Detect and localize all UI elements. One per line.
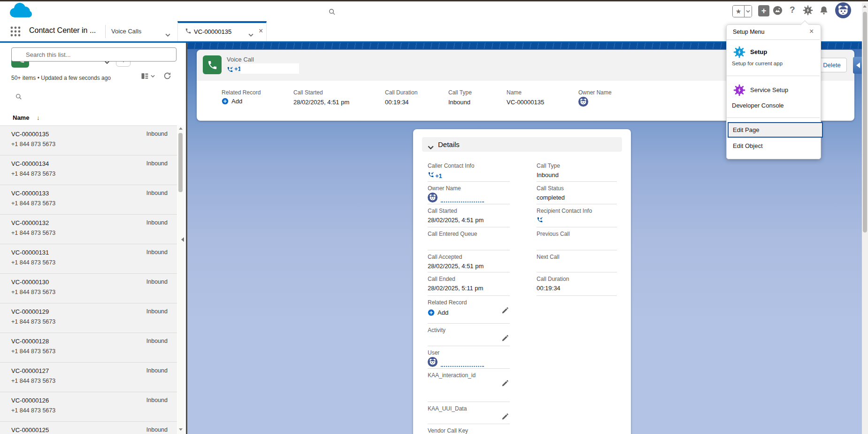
list-item[interactable]: VC-00000134+1 844 873 5673Inbound (0, 155, 177, 185)
entity-label: Voice Call (227, 56, 254, 63)
record-name-link[interactable]: VC-00000126 (11, 397, 49, 404)
masked-name-link[interactable] (441, 196, 484, 202)
field-value: 28/02/2025, 4:51 pm (428, 217, 484, 224)
edit-pencil-icon[interactable] (502, 413, 509, 422)
notifications-bell-icon[interactable] (819, 5, 829, 17)
refresh-icon[interactable] (163, 72, 171, 82)
owner-avatar[interactable] (578, 97, 588, 108)
record-name-link[interactable]: VC-00000130 (11, 279, 49, 286)
edit-pencil-icon[interactable] (502, 334, 509, 343)
field-label: Activity (428, 327, 446, 333)
list-scrollbar[interactable] (177, 125, 184, 434)
menu-item-edit-object[interactable]: Edit Object (733, 142, 763, 149)
edit-pencil-icon[interactable] (502, 307, 509, 316)
record-phone: +1 844 873 5673 (11, 230, 55, 236)
close-icon[interactable]: × (809, 27, 814, 36)
delete-button[interactable]: Delete (817, 58, 847, 72)
field-value: 00:19:34 (537, 285, 561, 292)
chevron-down-icon[interactable] (165, 30, 170, 39)
divider (105, 25, 106, 38)
edit-pencil-icon[interactable] (502, 380, 509, 388)
list-view-sidebar: All Voice Calls 50+ items • Updated a fe… (0, 43, 187, 434)
record-name-link[interactable]: VC-00000135 (11, 131, 49, 138)
incoming-call-icon (227, 66, 233, 75)
field-label: KAA_UUI_Data (428, 405, 467, 412)
list-item[interactable]: VC-00000135+1 844 873 5673Inbound (0, 126, 177, 155)
chevron-down-icon[interactable] (248, 30, 253, 39)
list-item[interactable]: VC-00000127+1 844 873 5673Inbound (0, 363, 177, 392)
list-item[interactable]: VC-00000130+1 844 873 5673Inbound (0, 274, 177, 303)
scrollbar-thumb[interactable] (178, 133, 183, 192)
add-related-record-link[interactable]: Add (428, 309, 448, 316)
field-value: 28/02/2025, 4:51 pm (428, 263, 484, 270)
user-link[interactable] (428, 357, 484, 367)
record-phone: +1 844 873 5673 (11, 318, 55, 325)
list-item[interactable]: VC-00000128+1 844 873 5673Inbound (0, 333, 177, 363)
favorites-dropdown-icon[interactable] (744, 6, 752, 17)
field-label: Call Ended (428, 276, 455, 282)
menu-item-setup-description[interactable]: Setup for current app (732, 61, 783, 66)
menu-item-edit-page[interactable]: Edit Page (728, 122, 823, 138)
field-label: User (428, 349, 439, 356)
record-name-link[interactable]: VC-00000133 (11, 190, 49, 197)
user-link[interactable] (428, 193, 484, 202)
record-phone: +1 844 873 5673 (11, 170, 55, 177)
scroll-down-icon[interactable] (179, 428, 183, 431)
record-name-link[interactable]: VC-00000132 (11, 219, 49, 226)
caller-phone-link[interactable]: +1 (428, 171, 442, 179)
record-name-link[interactable]: VC-00000129 (11, 308, 49, 315)
menu-item-setup[interactable]: Setup (750, 48, 767, 55)
scroll-up-icon[interactable] (863, 5, 867, 8)
detail-field: KAA_UUI_Data (428, 405, 510, 424)
app-name[interactable]: Contact Center in ... (29, 26, 96, 35)
record-name-link[interactable]: VC-00000128 (11, 338, 49, 345)
list-item[interactable]: VC-00000125+1 844 873 5673Inbound (0, 422, 177, 434)
sort-descending-icon: ↓ (37, 114, 40, 121)
record-phone: +1 844 873 5673 (11, 378, 55, 384)
masked-name-link[interactable] (441, 361, 484, 367)
user-avatar[interactable] (835, 2, 851, 20)
list-item[interactable]: VC-00000133+1 844 873 5673Inbound (0, 185, 177, 215)
list-item[interactable]: VC-00000132+1 844 873 5673Inbound (0, 215, 177, 244)
detail-field: Call Duration00:19:34 (537, 276, 617, 296)
salesforce-console: ★ + ? Contact Center in ... Voice Calls … (0, 0, 868, 434)
call-type-value: Inbound (146, 367, 168, 374)
setup-gear-icon[interactable] (803, 5, 813, 17)
record-name-link[interactable]: VC-00000131 (11, 249, 49, 256)
guidance-trailhead-icon[interactable] (772, 5, 783, 18)
record-phone: +1 844 873 5673 (11, 141, 55, 147)
scroll-up-icon[interactable] (179, 127, 183, 130)
call-type-value: Inbound (146, 160, 168, 167)
tab-vc-00000135[interactable]: VC-00000135 × (177, 21, 267, 41)
field-label: Call Type (537, 163, 560, 169)
display-as-icon[interactable] (141, 72, 155, 80)
record-name-link[interactable]: VC-00000134 (11, 160, 49, 167)
favorites-star-icon[interactable]: ★ (733, 6, 744, 17)
tab-voice-calls[interactable]: Voice Calls (111, 28, 141, 35)
detail-field: Call Started28/02/2025, 4:51 pm (428, 208, 510, 227)
list-item[interactable]: VC-00000126+1 844 873 5673Inbound (0, 392, 177, 422)
voice-call-object-icon (203, 55, 222, 74)
page-scrollbar[interactable] (862, 2, 868, 434)
collapse-sidebar-icon[interactable] (181, 237, 184, 242)
menu-item-service-setup[interactable]: Service Setup (750, 86, 788, 93)
column-header-name[interactable]: Name (13, 114, 29, 121)
recipient-phone-icon[interactable] (537, 217, 543, 225)
add-related-record-link[interactable]: Add (222, 98, 242, 105)
details-accordion-header[interactable]: Details (422, 137, 622, 152)
list-meta-text: 50+ items • Updated a few seconds ago (11, 75, 111, 81)
list-item[interactable]: VC-00000131+1 844 873 5673Inbound (0, 244, 177, 274)
record-phone: +1 844 873 5673 (11, 289, 55, 295)
record-name-link[interactable]: VC-00000127 (11, 367, 49, 374)
scrollbar-thumb[interactable] (863, 12, 867, 232)
close-icon[interactable]: × (259, 27, 263, 35)
help-icon[interactable]: ? (790, 5, 795, 15)
list-item[interactable]: VC-00000129+1 844 873 5673Inbound (0, 303, 177, 333)
quick-create-icon[interactable]: + (758, 5, 769, 16)
app-launcher-icon[interactable] (10, 26, 21, 39)
list-search-input[interactable] (11, 47, 177, 62)
field-label: Call Duration (385, 89, 417, 96)
record-name-link[interactable]: VC-00000125 (11, 426, 49, 434)
menu-item-developer-console[interactable]: Developer Console (732, 102, 784, 109)
divider (727, 39, 820, 40)
